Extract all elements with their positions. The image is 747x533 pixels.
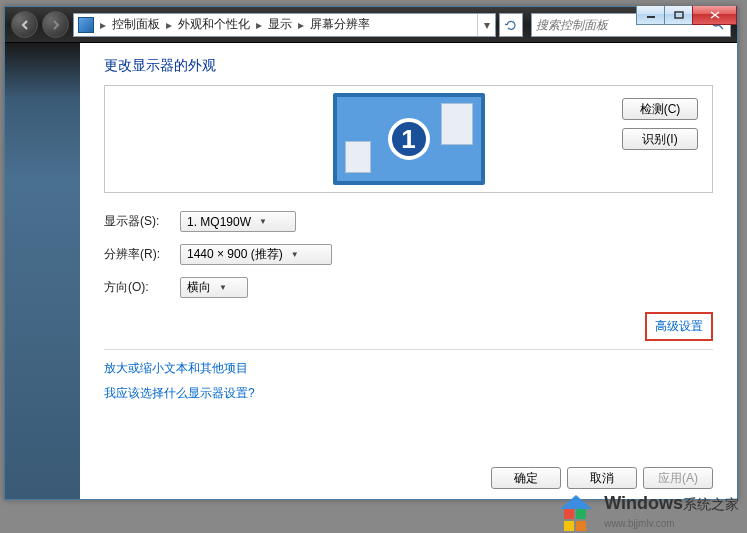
ok-button[interactable]: 确定 [491,467,561,489]
close-button[interactable] [692,6,737,25]
monitor-number-badge: 1 [388,118,430,160]
resolution-dropdown[interactable]: 1440 × 900 (推荐) ▼ [180,244,332,265]
nav-forward-button[interactable] [42,11,69,38]
breadcrumb-separator-icon: ▸ [164,18,174,32]
breadcrumb-item[interactable]: 屏幕分辨率 [306,16,374,33]
orientation-label: 方向(O): [104,279,180,296]
orientation-field-row: 方向(O): 横向 ▼ [104,277,713,298]
identify-button[interactable]: 识别(I) [622,128,698,150]
window-controls [637,6,737,25]
chevron-down-icon: ▼ [259,217,267,226]
apply-button[interactable]: 应用(A) [643,467,713,489]
monitor-preview[interactable]: 1 [333,93,485,185]
breadcrumb-separator-icon: ▸ [98,18,108,32]
cancel-button[interactable]: 取消 [567,467,637,489]
resolution-label: 分辨率(R): [104,246,180,263]
help-links: 放大或缩小文本和其他项目 我应该选择什么显示器设置? [104,360,713,402]
left-sidebar-strip [5,43,80,499]
nav-back-button[interactable] [11,11,38,38]
minimize-button[interactable] [636,6,665,25]
breadcrumb-item[interactable]: 外观和个性化 [174,16,254,33]
watermark-url: www.bjjmlv.com [604,518,674,529]
display-value: 1. MQ190W [187,215,251,229]
display-field-row: 显示器(S): 1. MQ190W ▼ [104,211,713,232]
dialog-buttons: 确定 取消 应用(A) [491,467,713,489]
which-display-link[interactable]: 我应该选择什么显示器设置? [104,385,713,402]
display-label: 显示器(S): [104,213,180,230]
refresh-button[interactable] [499,13,523,37]
watermark-text: Windows系统之家 www.bjjmlv.com [604,493,739,530]
display-preview-box: 1 检测(C) 识别(I) [104,85,713,193]
mini-window-icon [441,103,473,145]
detect-button[interactable]: 检测(C) [622,98,698,120]
watermark-suffix: 系统之家 [683,496,739,512]
mini-window-icon [345,141,371,173]
text-size-link[interactable]: 放大或缩小文本和其他项目 [104,360,713,377]
advanced-settings-row: 高级设置 [104,312,713,341]
breadcrumb-separator-icon: ▸ [254,18,264,32]
breadcrumb-item[interactable]: 控制面板 [108,16,164,33]
chevron-down-icon: ▼ [219,283,227,292]
chevron-down-icon: ▼ [291,250,299,259]
page-title: 更改显示器的外观 [104,57,713,75]
breadcrumb-separator-icon: ▸ [296,18,306,32]
breadcrumb-item[interactable]: 显示 [264,16,296,33]
resolution-field-row: 分辨率(R): 1440 × 900 (推荐) ▼ [104,244,713,265]
highlight-box: 高级设置 [645,312,713,341]
control-panel-window: ▸ 控制面板 ▸ 外观和个性化 ▸ 显示 ▸ 屏幕分辨率 ▾ 更改显示器的外观 [4,6,738,500]
orientation-value: 横向 [187,279,211,296]
advanced-settings-link[interactable]: 高级设置 [655,319,703,333]
watermark: Windows系统之家 www.bjjmlv.com [554,491,739,531]
orientation-dropdown[interactable]: 横向 ▼ [180,277,248,298]
svg-rect-1 [675,12,683,18]
watermark-logo-icon [554,491,598,531]
resolution-value: 1440 × 900 (推荐) [187,246,283,263]
maximize-button[interactable] [664,6,693,25]
breadcrumb[interactable]: ▸ 控制面板 ▸ 外观和个性化 ▸ 显示 ▸ 屏幕分辨率 ▾ [73,13,496,37]
navigation-bar: ▸ 控制面板 ▸ 外观和个性化 ▸ 显示 ▸ 屏幕分辨率 ▾ [5,7,737,43]
control-panel-icon [78,17,94,33]
watermark-brand: Windows [604,493,683,513]
content-area: 更改显示器的外观 1 检测(C) 识别(I) 显示器(S): 1. MQ190W… [80,43,737,499]
svg-rect-0 [647,16,655,18]
divider [104,349,713,350]
display-dropdown[interactable]: 1. MQ190W ▼ [180,211,296,232]
breadcrumb-dropdown-icon[interactable]: ▾ [477,14,495,36]
